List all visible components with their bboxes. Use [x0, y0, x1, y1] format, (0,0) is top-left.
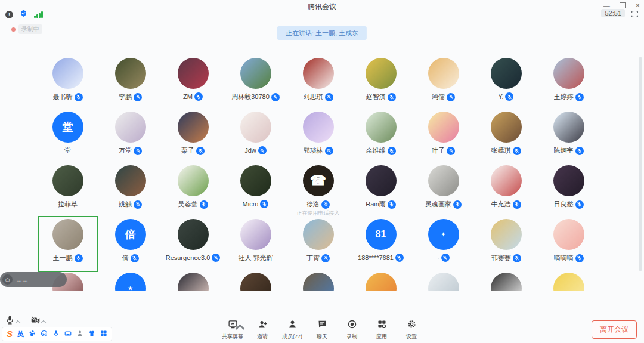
participant-tile[interactable]: 万堂: [99, 110, 162, 164]
participant-tile[interactable]: Rain雨: [349, 164, 412, 218]
participant-tile[interactable]: ✦·: [412, 218, 475, 271]
avatar: [178, 219, 209, 250]
fullscreen-icon[interactable]: [631, 10, 639, 17]
toolbar-record-button[interactable]: 录制: [339, 319, 365, 341]
participant-tile[interactable]: 郭琰林: [287, 110, 349, 164]
ime-toolbar[interactable]: S 英: [2, 327, 112, 341]
mic-muted-icon: [271, 93, 280, 101]
participant-tile-partial[interactable]: ★: [99, 271, 162, 291]
participant-name: 拉菲草: [58, 200, 78, 209]
participant-name: 万堂: [119, 146, 142, 155]
participant-tile-partial[interactable]: [475, 271, 537, 291]
participant-tile[interactable]: 嘀嘀嘀: [537, 218, 600, 271]
participant-tile[interactable]: 周林毅30780: [224, 57, 287, 110]
ime-person-icon[interactable]: [76, 329, 83, 339]
ime-grid-icon[interactable]: [100, 329, 107, 339]
participant-name: 李鹏: [119, 92, 142, 101]
participant-tile-partial[interactable]: [162, 271, 224, 291]
participant-tile[interactable]: 丁霄: [287, 218, 349, 271]
ime-language-mode[interactable]: 英: [17, 330, 24, 339]
mic-muted-icon: [134, 200, 142, 209]
ime-mic-icon[interactable]: [52, 329, 60, 339]
participant-tile[interactable]: 张嫣琪: [475, 110, 537, 164]
leave-meeting-button[interactable]: 离开会议: [592, 320, 637, 339]
participant-name: 牛充浩: [491, 200, 521, 209]
participant-tile[interactable]: 灵魂画家: [412, 164, 475, 218]
participant-tile-partial[interactable]: [412, 271, 475, 291]
participant-tile-partial[interactable]: [287, 271, 349, 291]
mic-muted-icon: [258, 146, 267, 154]
toolbar-settings-button[interactable]: 设置: [398, 319, 425, 341]
close-button[interactable]: ✕: [635, 1, 640, 10]
mic-options-caret[interactable]: [16, 320, 20, 325]
avatar: 堂: [52, 112, 83, 143]
participant-tile[interactable]: ZM: [162, 57, 224, 110]
participant-tile[interactable]: 韩赛赛: [475, 218, 537, 271]
participant-tile[interactable]: 王婷婷: [537, 57, 600, 110]
participant-name: 鸿儒: [432, 92, 455, 101]
participant-name: 刘思琪: [304, 92, 333, 101]
participant-name: 188****7681: [358, 254, 404, 262]
participant-tile[interactable]: 81188****7681: [349, 218, 412, 271]
scrollbar[interactable]: [639, 57, 642, 271]
share-options-caret[interactable]: [235, 322, 245, 335]
participant-tile[interactable]: 赵智淇: [349, 57, 412, 110]
participant-tile[interactable]: 社人 郭光辉: [224, 218, 287, 271]
participant-tile[interactable]: 王一鹏: [36, 218, 99, 271]
toolbar-apps-button[interactable]: 应用: [369, 319, 395, 341]
participant-tile[interactable]: Jdw: [224, 110, 287, 164]
participant-tile-partial[interactable]: [537, 271, 600, 291]
participant-tile[interactable]: 李鹏: [99, 57, 162, 110]
participant-tile[interactable]: 陈炯宇: [537, 110, 600, 164]
participant-tile-partial[interactable]: [349, 271, 412, 291]
toolbar-label: 成员(77): [282, 333, 302, 341]
ime-skin-icon[interactable]: [88, 329, 95, 339]
participant-tile[interactable]: Micro: [224, 164, 287, 218]
mic-muted-icon: [134, 93, 142, 101]
toolbar-share-screen-button[interactable]: 共享屏幕: [219, 319, 246, 341]
minimize-button[interactable]: —: [603, 1, 610, 10]
participant-tile[interactable]: 堂堂: [36, 110, 99, 164]
toolbar-chat-button[interactable]: 聊天: [309, 319, 335, 341]
participant-name: 余维维: [366, 146, 396, 155]
participant-tile[interactable]: 牛充浩: [475, 164, 537, 218]
participant-tile[interactable]: 聂书昕: [36, 57, 99, 110]
mic-muted-icon: [194, 92, 203, 101]
maximize-button[interactable]: [620, 2, 626, 8]
participant-tile[interactable]: 余维维: [349, 110, 412, 164]
toolbar-invite-button[interactable]: 邀请: [249, 319, 275, 341]
avatar: [428, 58, 459, 89]
participant-tile[interactable]: Resurgence3.0: [162, 218, 224, 271]
network-signal-icon[interactable]: [34, 11, 43, 18]
participant-tile[interactable]: 鸿儒: [412, 57, 475, 110]
participant-tile-partial[interactable]: [224, 271, 287, 291]
participant-tile[interactable]: ☎徐洛正在使用电话接入: [287, 164, 349, 218]
ime-emoji-icon[interactable]: [41, 329, 48, 339]
participant-tile[interactable]: 栗子: [162, 110, 224, 164]
participant-tile[interactable]: 姚触: [99, 164, 162, 218]
ime-logo-icon[interactable]: S: [7, 330, 13, 338]
avatar: [553, 219, 584, 250]
chat-message-overlay[interactable]: ☺ ……: [0, 272, 67, 287]
participant-tile[interactable]: 日良愁: [537, 164, 600, 218]
ime-keyboard-icon[interactable]: [64, 329, 72, 339]
toolbar-members-button[interactable]: 成员(77): [279, 319, 305, 341]
camera-off-button[interactable]: [30, 315, 45, 327]
participant-tile[interactable]: 叶子: [412, 110, 475, 164]
camera-options-caret[interactable]: [41, 320, 46, 325]
participant-tile[interactable]: Y.: [475, 57, 537, 110]
participant-name: 张嫣琪: [491, 146, 521, 155]
toolbar-label: 聊天: [317, 333, 327, 341]
avatar: [491, 219, 522, 250]
meeting-info-icon[interactable]: !: [5, 11, 13, 18]
microphone-button[interactable]: [5, 315, 20, 327]
mic-muted-icon: [325, 147, 333, 155]
mic-muted-icon: [513, 254, 521, 262]
participant-tile[interactable]: 拉菲草: [36, 164, 99, 218]
participant-tile[interactable]: 吴蓉薷: [162, 164, 224, 218]
participant-tile[interactable]: 刘思琪: [287, 57, 349, 110]
participant-tile[interactable]: 倍倍: [99, 218, 162, 271]
security-shield-icon[interactable]: [20, 9, 27, 20]
ime-paw-icon[interactable]: [29, 329, 36, 339]
avatar: 81: [366, 219, 397, 250]
